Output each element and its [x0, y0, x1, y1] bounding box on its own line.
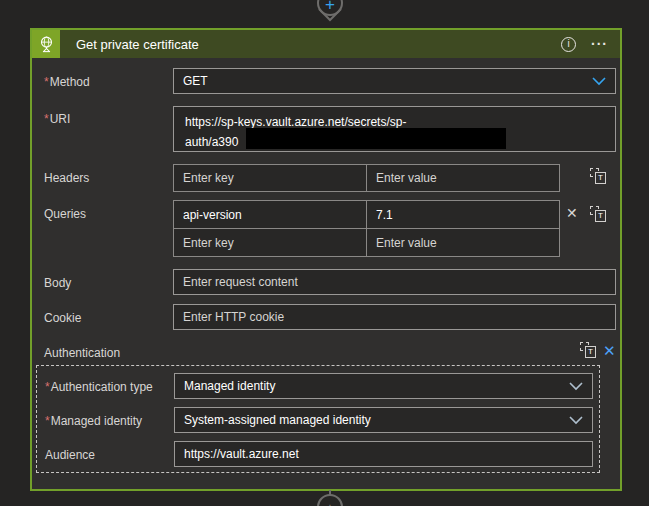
- headers-label: Headers: [44, 171, 89, 185]
- headers-text-mode-toggle-icon[interactable]: T: [590, 168, 606, 184]
- required-marker: *: [44, 112, 49, 126]
- remove-authentication-icon[interactable]: ✕: [603, 343, 616, 358]
- headers-key-input[interactable]: [183, 171, 357, 185]
- delete-query-row-icon[interactable]: ✕: [566, 206, 578, 220]
- arrow-down-icon: [316, 7, 344, 24]
- authentication-type-label: *Authentication type: [45, 380, 153, 394]
- audience-field: [174, 441, 593, 467]
- queries-row-2: [173, 228, 560, 257]
- http-globe-icon: [32, 30, 60, 58]
- queries-value-input-2[interactable]: [376, 236, 550, 250]
- queries-key-cell-1: [173, 200, 367, 229]
- cookie-input[interactable]: [183, 310, 606, 324]
- cookie-label: Cookie: [44, 311, 81, 325]
- queries-table: [173, 200, 560, 257]
- chevron-down-icon: [569, 416, 583, 425]
- redaction-box: [246, 128, 506, 149]
- info-icon[interactable]: i: [561, 37, 576, 52]
- authentication-label: Authentication: [44, 346, 120, 360]
- queries-row-1: [173, 200, 560, 229]
- plus-icon: +: [325, 500, 335, 506]
- headers-row: [173, 164, 560, 192]
- audience-label: Audience: [45, 448, 95, 462]
- queries-key-input-1[interactable]: [183, 208, 357, 222]
- queries-value-cell-2: [366, 228, 560, 257]
- required-marker: *: [45, 414, 50, 428]
- required-marker: *: [45, 380, 50, 394]
- uri-label: *URI: [44, 112, 70, 126]
- body-input[interactable]: [183, 275, 606, 289]
- headers-key-cell: [173, 164, 367, 192]
- queries-value-cell-1: [366, 200, 560, 229]
- http-action-card: Get private certificate i ··· *Method GE…: [30, 28, 622, 491]
- authentication-group: *Authentication type Managed identity *M…: [36, 365, 600, 473]
- body-label: Body: [44, 276, 71, 290]
- add-step-button-bottom[interactable]: +: [317, 494, 343, 506]
- card-title: Get private certificate: [76, 37, 561, 52]
- method-dropdown[interactable]: GET: [173, 68, 616, 94]
- method-value: GET: [183, 74, 208, 88]
- queries-value-input-1[interactable]: [376, 208, 550, 222]
- headers-value-cell: [366, 164, 560, 192]
- cookie-field: [173, 304, 616, 330]
- authentication-text-mode-toggle-icon[interactable]: T: [580, 342, 596, 358]
- card-body: *Method GET *URI https://sp-keys.vault.a…: [32, 58, 620, 489]
- headers-table: [173, 164, 560, 192]
- required-marker: *: [44, 75, 49, 89]
- logic-apps-designer-canvas: + Get private certificate i: [0, 0, 649, 506]
- method-label: *Method: [44, 75, 90, 89]
- authentication-type-dropdown[interactable]: Managed identity: [174, 373, 593, 399]
- ellipsis-menu-icon[interactable]: ···: [591, 37, 608, 51]
- card-header[interactable]: Get private certificate i ···: [32, 30, 620, 58]
- chevron-down-icon: [592, 77, 606, 86]
- queries-key-cell-2: [173, 228, 367, 257]
- queries-label: Queries: [44, 207, 86, 221]
- managed-identity-label: *Managed identity: [45, 414, 142, 428]
- managed-identity-dropdown[interactable]: System-assigned managed identity: [174, 407, 593, 433]
- audience-input[interactable]: [184, 447, 583, 461]
- queries-key-input-2[interactable]: [183, 236, 357, 250]
- chevron-down-icon: [569, 382, 583, 391]
- body-field: [173, 269, 616, 295]
- uri-textarea[interactable]: https://sp-keys.vault.azure.net/secrets/…: [173, 106, 616, 152]
- managed-identity-value: System-assigned managed identity: [184, 413, 371, 427]
- queries-text-mode-toggle-icon[interactable]: T: [590, 206, 606, 222]
- headers-value-input[interactable]: [376, 171, 550, 185]
- authentication-type-value: Managed identity: [184, 379, 275, 393]
